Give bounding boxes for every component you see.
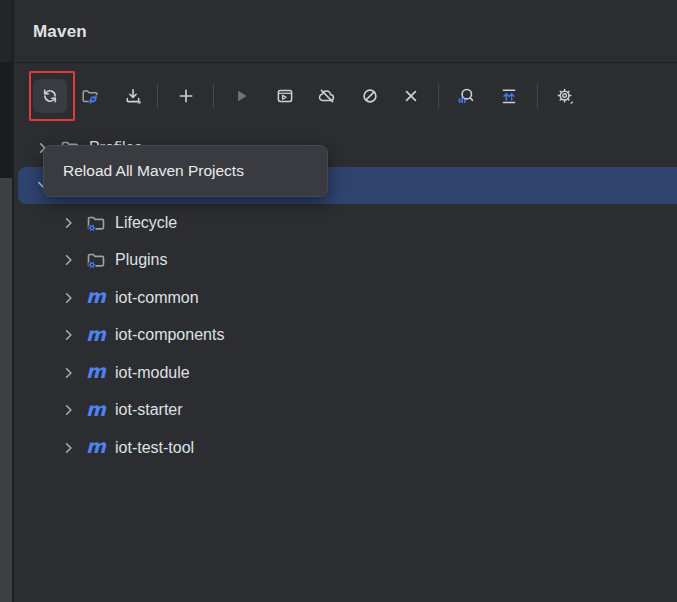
tool-window-title: Maven [33, 22, 87, 42]
header-separator [12, 62, 677, 63]
cloud-off-icon [317, 86, 337, 106]
tree-row-plugins[interactable]: Plugins [14, 242, 677, 280]
chevron-right-icon[interactable] [61, 215, 77, 231]
folder-sync-icon [80, 86, 100, 106]
tree-row-label: iot-components [115, 326, 224, 344]
tree-row-iot-starter[interactable]: m iot-starter [14, 392, 677, 430]
dependency-analyzer-button[interactable] [448, 79, 482, 113]
tree-row-iot-module[interactable]: m iot-module [14, 354, 677, 392]
plus-icon [176, 86, 196, 106]
tree-row-label: iot-starter [115, 401, 183, 419]
toggle-offline-mode-button[interactable] [310, 79, 344, 113]
chevron-right-icon[interactable] [61, 290, 77, 306]
maven-settings-button[interactable] [548, 79, 582, 113]
tree-row-label: iot-test-tool [115, 439, 194, 457]
folder-gear-icon [85, 212, 107, 234]
gear-dropdown-icon [555, 86, 575, 106]
chevron-right-icon[interactable] [61, 440, 77, 456]
execute-maven-goal-button[interactable] [268, 79, 302, 113]
maven-module-icon: m [85, 436, 107, 458]
generate-sources-button[interactable] [73, 79, 107, 113]
maven-module-icon: m [85, 361, 107, 383]
left-edge-panel-bottom [0, 178, 12, 602]
tooltip: Reload All Maven Projects [43, 145, 328, 197]
download-sources-button[interactable] [116, 79, 150, 113]
tree-row-lifecycle[interactable]: Lifecycle [14, 204, 677, 242]
tree-row-label: iot-common [115, 289, 199, 307]
reload-all-maven-projects-button[interactable] [33, 79, 67, 113]
maven-module-icon: m [85, 398, 107, 420]
toolbar-separator [537, 84, 538, 108]
x-action-button[interactable] [394, 79, 428, 113]
toolbar-separator [438, 84, 439, 108]
maven-module-icon: m [85, 286, 107, 308]
run-maven-build-button[interactable] [224, 79, 258, 113]
circle-slash-icon [360, 86, 380, 106]
left-edge-panel-mid [0, 62, 12, 178]
tree-row-label: Lifecycle [115, 214, 177, 232]
x-icon [401, 86, 421, 106]
add-maven-projects-button[interactable] [169, 79, 203, 113]
toolbar-separator [213, 84, 214, 108]
chevron-right-icon[interactable] [61, 327, 77, 343]
collapse-all-icon [499, 86, 519, 106]
left-edge-panel-top [0, 0, 12, 62]
skip-tests-button[interactable] [353, 79, 387, 113]
tree-row-label: Plugins [115, 251, 167, 269]
chevron-right-icon[interactable] [61, 252, 77, 268]
maven-tool-window: Maven Profiles Lifecycle [0, 0, 677, 602]
tree-row-iot-components[interactable]: m iot-components [14, 317, 677, 355]
folder-gear-icon [85, 249, 107, 271]
refresh-icon [40, 86, 60, 106]
window-play-icon [275, 86, 295, 106]
tree-row-label: iot-module [115, 364, 190, 382]
play-icon [231, 86, 251, 106]
download-icon [123, 86, 143, 106]
toolbar-separator [157, 84, 158, 108]
maven-module-icon: m [85, 323, 107, 345]
magnifier-chart-icon [455, 86, 475, 106]
chevron-right-icon[interactable] [61, 365, 77, 381]
collapse-all-button[interactable] [492, 79, 526, 113]
tree-row-iot-test-tool[interactable]: m iot-test-tool [14, 429, 677, 467]
tree-row-iot-common[interactable]: m iot-common [14, 279, 677, 317]
chevron-right-icon[interactable] [61, 402, 77, 418]
